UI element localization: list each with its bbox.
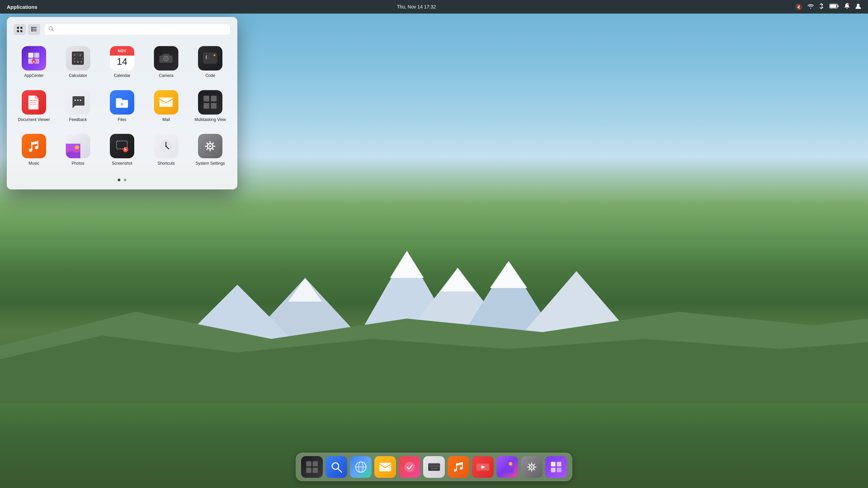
- dock: [296, 453, 572, 481]
- bluetooth-icon[interactable]: [819, 3, 824, 11]
- app-launcher: A AppCenter + 0 + - × 7 8 9 Calculator: [7, 17, 237, 189]
- svg-rect-71: [211, 103, 217, 109]
- page-dot-0[interactable]: [118, 179, 120, 181]
- svg-point-20: [857, 4, 860, 6]
- svg-rect-21: [17, 27, 19, 29]
- svg-point-128: [454, 469, 457, 472]
- launcher-header: [14, 24, 231, 35]
- wifi-icon[interactable]: [808, 3, 814, 10]
- app-label-shortcuts: Shortcuts: [158, 161, 175, 166]
- svg-line-15: [820, 7, 822, 9]
- search-input[interactable]: [57, 27, 226, 33]
- dock-item-music[interactable]: [448, 456, 469, 478]
- svg-rect-124: [438, 466, 439, 467]
- svg-rect-146: [557, 468, 561, 472]
- notification-icon[interactable]: [844, 3, 850, 11]
- sound-icon[interactable]: 🔇: [795, 4, 802, 10]
- dock-item-search[interactable]: [326, 456, 347, 478]
- app-item-system-settings[interactable]: System Settings: [190, 130, 231, 170]
- dock-item-multitasking[interactable]: [301, 456, 323, 478]
- user-icon[interactable]: [855, 3, 861, 11]
- app-item-feedback[interactable]: Feedback: [58, 86, 98, 127]
- list-view-button[interactable]: [28, 24, 40, 35]
- dock-item-photos[interactable]: [496, 456, 518, 478]
- svg-rect-22: [20, 27, 22, 29]
- svg-rect-70: [204, 103, 209, 109]
- app-item-multitasking-view[interactable]: Multitasking View: [190, 86, 231, 127]
- svg-rect-114: [438, 465, 439, 466]
- svg-point-29: [31, 28, 33, 30]
- svg-rect-107: [430, 465, 431, 466]
- app-label-photos: Photos: [72, 161, 84, 166]
- svg-point-85: [209, 145, 211, 147]
- app-label-feedback: Feedback: [69, 117, 87, 123]
- app-item-mail[interactable]: Mail: [146, 86, 186, 127]
- app-item-calendar[interactable]: NOV 14 Calendar: [102, 42, 142, 83]
- dock-item-browser[interactable]: [350, 456, 372, 478]
- battery-icon[interactable]: [829, 4, 839, 10]
- svg-point-129: [460, 467, 462, 470]
- app-label-camera: Camera: [159, 73, 174, 79]
- dock-item-youtube[interactable]: [472, 456, 494, 478]
- svg-line-89: [207, 148, 208, 149]
- svg-rect-121: [435, 466, 436, 467]
- app-item-code[interactable]: { } Code: [190, 42, 231, 83]
- svg-rect-17: [830, 5, 836, 8]
- svg-rect-108: [431, 465, 432, 466]
- grid-view-button[interactable]: [14, 24, 26, 35]
- app-item-calculator[interactable]: + 0 + - × 7 8 9 Calculator: [58, 42, 98, 83]
- svg-rect-68: [204, 96, 209, 101]
- dock-item-system[interactable]: [521, 456, 542, 478]
- app-item-shortcuts[interactable]: Shortcuts: [146, 130, 186, 170]
- dock-item-keyboard[interactable]: [423, 456, 445, 478]
- app-icon-screenshot: [110, 134, 134, 158]
- svg-text:7: 7: [74, 61, 75, 64]
- app-icon-system-settings: [198, 134, 222, 158]
- app-label-files: Files: [118, 117, 126, 123]
- svg-text:A: A: [33, 60, 35, 63]
- app-icon-code: { }: [198, 46, 222, 70]
- app-icon-camera: [154, 46, 178, 70]
- svg-rect-143: [551, 462, 555, 466]
- svg-rect-111: [435, 465, 436, 466]
- app-icon-feedback: [66, 90, 90, 115]
- svg-point-62: [121, 103, 123, 106]
- dock-item-store[interactable]: [545, 456, 567, 478]
- app-item-document-viewer[interactable]: Document Viewer: [14, 86, 54, 127]
- page-dot-1[interactable]: [124, 179, 126, 181]
- menubar-left: Applications: [7, 4, 37, 10]
- app-icon-calculator: + 0 + - × 7 8 9: [66, 46, 90, 70]
- app-icon-multitasking-view: [198, 90, 222, 115]
- desktop: Applications Thu, Nov 14 17:32 🔇: [0, 0, 868, 488]
- svg-rect-109: [432, 465, 433, 466]
- app-grid: A AppCenter + 0 + - × 7 8 9 Calculator: [14, 42, 231, 170]
- dock-item-tasks[interactable]: [399, 456, 420, 478]
- app-item-screenshot[interactable]: Screenshot: [102, 130, 142, 170]
- app-item-appcenter[interactable]: A AppCenter: [14, 42, 54, 83]
- app-item-music[interactable]: Music: [14, 130, 54, 170]
- svg-rect-123: [437, 466, 438, 467]
- app-label-screenshot: Screenshot: [112, 161, 133, 166]
- app-item-photos[interactable]: Photos: [58, 130, 98, 170]
- page-dots: [14, 177, 231, 183]
- svg-point-75: [35, 146, 38, 149]
- svg-line-32: [52, 30, 54, 31]
- svg-rect-103: [379, 463, 391, 471]
- svg-rect-69: [211, 96, 217, 101]
- svg-rect-57: [30, 102, 36, 103]
- svg-rect-112: [436, 465, 437, 466]
- svg-rect-117: [430, 466, 431, 467]
- svg-point-104: [405, 462, 415, 472]
- app-item-camera[interactable]: Camera: [146, 42, 186, 83]
- svg-rect-24: [20, 30, 22, 32]
- svg-rect-125: [431, 468, 437, 469]
- app-icon-mail: [154, 90, 178, 115]
- app-label-mail: Mail: [162, 117, 170, 123]
- app-item-files[interactable]: Files: [102, 86, 142, 127]
- svg-rect-95: [313, 461, 318, 466]
- dock-item-mail[interactable]: [374, 456, 396, 478]
- svg-text:0: 0: [74, 54, 75, 56]
- svg-rect-23: [17, 30, 19, 32]
- svg-rect-144: [557, 462, 561, 466]
- search-box: [44, 24, 231, 35]
